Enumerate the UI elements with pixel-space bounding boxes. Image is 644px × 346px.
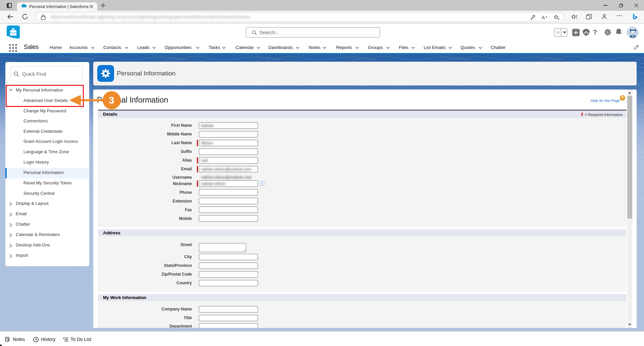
svg-text:A: A [542,15,545,20]
